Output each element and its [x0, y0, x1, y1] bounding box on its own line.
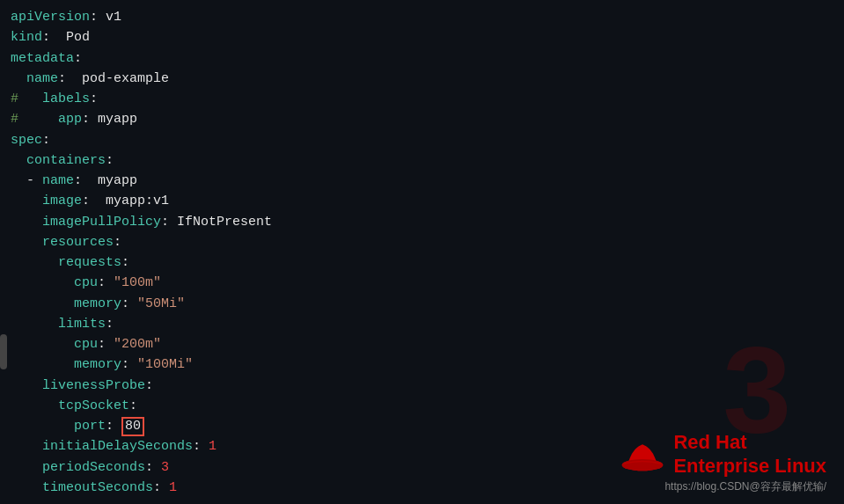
key: app: [58, 109, 82, 129]
port-value: 80: [121, 417, 144, 436]
key: tcpSocket: [58, 396, 129, 416]
code-line: image: myapp:v1: [11, 191, 833, 211]
key: timeoutSeconds: [42, 478, 153, 498]
code-line: cpu: "200m": [11, 334, 833, 354]
key: cpu: [74, 273, 98, 293]
key-memory: memory: [74, 354, 121, 375]
key: containers: [26, 150, 106, 171]
code-line-memory-limits: memory: "100Mi": [11, 354, 833, 375]
code-line: tcpSocket:: [11, 396, 833, 416]
code-editor: apiVersion: v1 kind: Pod metadata: name:…: [0, 0, 844, 504]
code-line: name: pod-example: [11, 69, 833, 89]
redhat-logo-area: Red Hat Enterprise Linux: [620, 431, 826, 478]
key: resources: [42, 232, 114, 252]
code-line: limits:: [11, 314, 833, 334]
url-watermark: https://blog.CSDN@容弃最解优输/: [664, 478, 826, 495]
code-line: # labels:: [11, 89, 833, 109]
key: name: [42, 171, 74, 191]
code-line: # app: myapp: [11, 109, 833, 129]
redhat-name-line1: Red Hat: [673, 431, 826, 454]
code-line: memory: "50Mi": [11, 294, 833, 314]
key: initialDelaySeconds: [42, 436, 193, 457]
key: metadata: [11, 48, 74, 69]
redhat-brand-text: Red Hat Enterprise Linux: [673, 431, 826, 478]
key: cpu: [74, 334, 98, 354]
key: periodSeconds: [42, 457, 145, 478]
code-line: - name: myapp: [11, 171, 833, 191]
code-line: livenessProbe:: [11, 376, 833, 396]
code-line: resources:: [11, 232, 833, 252]
key: memory: [74, 294, 121, 314]
key: spec: [11, 130, 42, 150]
code-line: metadata:: [11, 48, 833, 69]
code-line: spec:: [11, 130, 833, 150]
key: requests: [58, 252, 121, 273]
code-line: apiVersion: v1: [11, 7, 833, 27]
key: name: [26, 69, 58, 89]
key: imagePullPolicy: [42, 212, 161, 232]
code-line: imagePullPolicy: IfNotPresent: [11, 212, 833, 232]
key: apiVersion: [11, 7, 90, 27]
code-line: kind: Pod: [11, 27, 833, 47]
key-port: port: [74, 416, 106, 436]
key: image: [42, 191, 82, 211]
key: limits: [58, 314, 106, 334]
key: livenessProbe: [42, 376, 145, 396]
redhat-hat-icon: [620, 437, 664, 472]
code-line: containers:: [11, 150, 833, 171]
redhat-name-line2: Enterprise Linux: [673, 455, 826, 478]
code-line: cpu: "100m": [11, 273, 833, 293]
key: kind: [11, 27, 42, 47]
key: labels: [42, 89, 90, 109]
scrollbar[interactable]: [0, 334, 7, 369]
code-line: requests:: [11, 252, 833, 273]
